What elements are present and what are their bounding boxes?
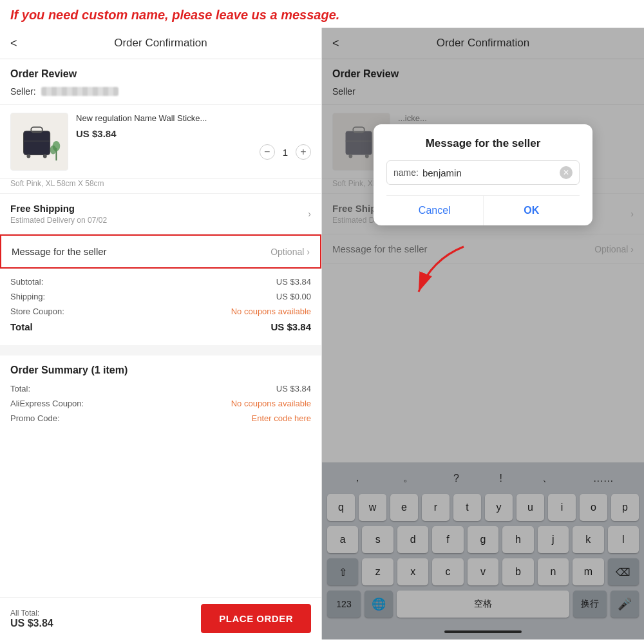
svg-point-5 xyxy=(43,155,47,158)
left-message-optional: Optional › xyxy=(270,247,310,257)
left-total2-label: Total: xyxy=(10,384,30,393)
left-promo-row: Promo Code: Enter code here xyxy=(10,413,311,423)
left-total2-value: US $3.84 xyxy=(276,384,311,393)
dialog-input-row: name: ✕ xyxy=(386,160,580,185)
left-total-label: Total xyxy=(10,321,33,332)
left-promo-label: Promo Code: xyxy=(10,413,60,423)
left-bottom-bar: All Total: US $3.84 PLACE ORDER xyxy=(0,597,321,639)
dialog-input-label: name: xyxy=(393,167,419,178)
left-all-total: All Total: US $3.84 xyxy=(10,609,53,629)
left-product-image xyxy=(10,113,68,171)
left-shipping-info: Free Shipping Estimated Delivery on 07/0… xyxy=(10,203,107,225)
left-shipping-cost-row: Shipping: US $0.00 xyxy=(10,292,311,301)
left-message-label: Message for the seller xyxy=(12,246,107,257)
left-total-row: Total US $3.84 xyxy=(10,321,311,332)
left-seller-name-blur xyxy=(41,87,118,96)
left-qty-row: − 1 + xyxy=(76,144,311,160)
left-store-coupon-row: Store Coupon: No coupons available xyxy=(10,307,311,316)
left-aliexpress-coupon-label: AliExpress Coupon: xyxy=(10,399,84,408)
left-qty-minus[interactable]: − xyxy=(260,144,275,160)
left-all-total-label: All Total: xyxy=(10,609,53,618)
left-product-details: New regulation Name Wall Sticke... US $3… xyxy=(76,113,311,160)
left-product-row: New regulation Name Wall Sticke... US $3… xyxy=(0,105,321,179)
right-panel: < Order Confirmation Order Review Seller xyxy=(322,28,644,639)
dialog-actions: Cancel OK xyxy=(386,195,580,225)
svg-point-4 xyxy=(26,155,30,158)
top-banner: If you need custom name, please leave us… xyxy=(0,0,644,28)
left-divider xyxy=(0,345,321,350)
left-order-summary-section: Order Summary (1 item) Total: US $3.84 A… xyxy=(0,350,321,433)
left-shipping-arrow: › xyxy=(308,209,311,219)
svg-point-8 xyxy=(50,146,57,155)
left-shipping-title: Free Shipping xyxy=(10,203,107,214)
left-order-review-title: Order Review xyxy=(0,59,321,86)
left-product-variant: Soft Pink, XL 58cm X 58cm xyxy=(0,179,321,194)
left-product-price: US $3.84 xyxy=(76,128,311,139)
left-shipping-cost-label: Shipping: xyxy=(10,292,45,301)
dialog-overlay[interactable]: Message for the seller name: ✕ Cancel OK xyxy=(322,28,644,639)
left-subtotal-row: Subtotal: US $3.84 xyxy=(10,277,311,287)
left-store-coupon-value[interactable]: No coupons available xyxy=(231,307,311,316)
left-total-value: US $3.84 xyxy=(270,321,311,332)
left-aliexpress-coupon-value[interactable]: No coupons available xyxy=(231,399,311,408)
banner-text: If you need custom name, please leave us… xyxy=(10,8,634,23)
left-seller-row: Seller: xyxy=(0,86,321,105)
dialog-cancel-button[interactable]: Cancel xyxy=(386,196,484,225)
left-nav-bar: < Order Confirmation xyxy=(0,28,321,59)
svg-rect-1 xyxy=(24,131,50,155)
left-store-coupon-label: Store Coupon: xyxy=(10,307,64,316)
left-aliexpress-coupon-row: AliExpress Coupon: No coupons available xyxy=(10,399,311,408)
left-order-summary-title: Order Summary (1 item) xyxy=(10,365,311,376)
left-shipping-row[interactable]: Free Shipping Estimated Delivery on 07/0… xyxy=(0,194,321,234)
dialog-ok-button[interactable]: OK xyxy=(484,196,580,225)
left-all-total-value: US $3.84 xyxy=(10,618,53,629)
left-total2-row: Total: US $3.84 xyxy=(10,384,311,393)
left-subtotal-value: US $3.84 xyxy=(276,277,311,287)
left-promo-value[interactable]: Enter code here xyxy=(251,413,311,423)
left-back-button[interactable]: < xyxy=(10,37,17,50)
left-place-order-button[interactable]: PLACE ORDER xyxy=(201,604,311,633)
left-panel: < Order Confirmation Order Review Seller… xyxy=(0,28,322,639)
left-product-name: New regulation Name Wall Sticke... xyxy=(76,113,311,124)
left-qty-num: 1 xyxy=(283,147,288,158)
dialog-input-field[interactable] xyxy=(422,167,556,178)
left-message-arrow: › xyxy=(307,247,310,257)
left-shipping-sub: Estimated Delivery on 07/02 xyxy=(10,216,107,225)
left-qty-plus[interactable]: + xyxy=(296,144,311,160)
left-summary-section: Subtotal: US $3.84 Shipping: US $0.00 St… xyxy=(0,269,321,345)
left-nav-title: Order Confirmation xyxy=(114,37,207,50)
left-subtotal-label: Subtotal: xyxy=(10,277,43,287)
left-message-row[interactable]: Message for the seller Optional › xyxy=(0,234,321,269)
dialog-title: Message for the seller xyxy=(386,137,580,150)
left-shipping-cost-value: US $0.00 xyxy=(276,292,311,301)
message-dialog: Message for the seller name: ✕ Cancel OK xyxy=(374,124,592,225)
left-seller-label: Seller: xyxy=(10,86,36,97)
dialog-clear-button[interactable]: ✕ xyxy=(560,166,573,179)
